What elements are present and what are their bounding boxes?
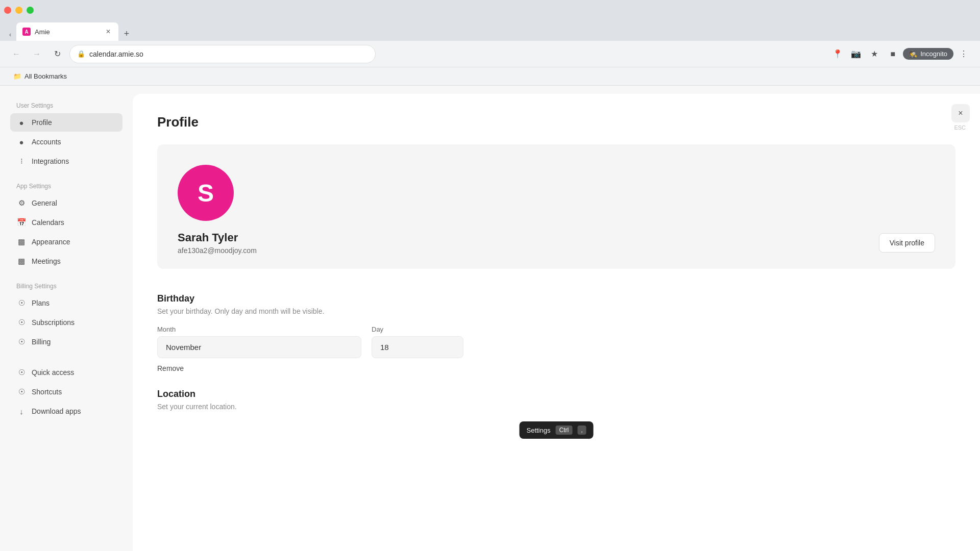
remove-btn[interactable]: Remove	[157, 364, 955, 372]
toolbar-right: 📍 📷 ★ ■ 🕵 Incognito ⋮	[829, 46, 972, 62]
esc-label: ESC	[954, 124, 966, 131]
sidebar-item-calendars[interactable]: 📅 Calendars	[10, 213, 122, 232]
sidebar-item-subscriptions[interactable]: ☉ Subscriptions	[10, 313, 122, 332]
sidebar-item-label-quick-access: Quick access	[32, 368, 74, 377]
shortcuts-icon: ☉	[16, 387, 27, 397]
incognito-badge: 🕵 Incognito	[903, 48, 953, 60]
incognito-icon: 🕵	[909, 50, 917, 58]
address-bar[interactable]: 🔒 calendar.amie.so	[69, 45, 376, 63]
sidebar-item-label-subscriptions: Subscriptions	[32, 318, 75, 327]
tab-title: Amie	[35, 28, 100, 36]
tab-back-chevron[interactable]: ‹	[4, 29, 16, 41]
sidebar-item-label-profile: Profile	[32, 118, 52, 127]
sidebar-item-label-meetings: Meetings	[32, 257, 61, 265]
sidebar-item-accounts[interactable]: ● Accounts	[10, 133, 122, 151]
avatar[interactable]: S	[178, 165, 234, 221]
sidebar-item-label-general: General	[32, 199, 57, 207]
birthday-desc: Set your birthday. Only day and month wi…	[157, 307, 955, 315]
billing-settings-section: Billing Settings ☉ Plans ☉ Subscriptions…	[10, 283, 122, 351]
sidebar-item-plans[interactable]: ☉ Plans	[10, 294, 122, 312]
sidebar-item-meetings[interactable]: ▩ Meetings	[10, 252, 122, 270]
visit-profile-btn[interactable]: Visit profile	[879, 233, 935, 253]
profile-card: S Sarah Tyler afe130a2@moodjoy.com Visit…	[157, 144, 955, 269]
tab-favicon: A	[22, 28, 31, 36]
tooltip-label: Settings	[527, 427, 551, 434]
calendars-icon: 📅	[16, 217, 27, 228]
sidebar-icon-btn[interactable]: ■	[885, 46, 901, 62]
bookmarks-label: All Bookmarks	[24, 72, 67, 80]
active-tab[interactable]: A Amie ✕	[16, 22, 118, 41]
location-icon-btn[interactable]: 📍	[829, 46, 846, 62]
camera-icon-btn[interactable]: 📷	[848, 46, 864, 62]
menu-btn[interactable]: ⋮	[955, 46, 972, 62]
accounts-icon: ●	[16, 137, 27, 147]
integrations-icon: ⁝	[16, 156, 27, 166]
bookmarks-bar: 📁 All Bookmarks	[0, 67, 980, 86]
profile-icon: ●	[16, 117, 27, 128]
profile-name: Sarah Tyler	[178, 231, 257, 244]
sidebar-item-profile[interactable]: ● Profile	[10, 113, 122, 132]
subscriptions-icon: ☉	[16, 317, 27, 328]
lock-icon: 🔒	[77, 50, 85, 58]
app-content: User Settings ● Profile ● Accounts ⁝ Int…	[0, 86, 980, 551]
tooltip-kbd2: ,	[577, 425, 586, 435]
sidebar-item-label-billing: Billing	[32, 338, 51, 346]
sidebar-item-label-shortcuts: Shortcuts	[32, 388, 62, 396]
sidebar-item-shortcuts[interactable]: ☉ Shortcuts	[10, 383, 122, 401]
sidebar-item-label-download: Download apps	[32, 407, 81, 415]
sidebar: User Settings ● Profile ● Accounts ⁝ Int…	[0, 86, 133, 551]
window-controls	[4, 7, 34, 14]
location-desc: Set your current location.	[157, 403, 955, 411]
browser-chrome: ‹ A Amie ✕ + ← → ↻ 🔒 calendar.amie.so 📍 …	[0, 0, 980, 86]
user-settings-section: User Settings ● Profile ● Accounts ⁝ Int…	[10, 102, 122, 170]
forward-btn[interactable]: →	[29, 46, 45, 62]
back-btn[interactable]: ←	[8, 46, 24, 62]
star-icon-btn[interactable]: ★	[866, 46, 883, 62]
location-title: Location	[157, 389, 955, 399]
browser-toolbar: ← → ↻ 🔒 calendar.amie.so 📍 📷 ★ ■ 🕵 Incog…	[0, 41, 980, 67]
month-input[interactable]: November	[157, 336, 361, 358]
folder-icon: 📁	[13, 72, 21, 80]
refresh-btn[interactable]: ↻	[49, 46, 65, 62]
main-content: × ESC Profile S Sarah Tyler afe130a2@moo…	[133, 94, 980, 551]
meetings-icon: ▩	[16, 256, 27, 266]
new-tab-btn[interactable]: +	[119, 27, 134, 41]
bookmarks-folder[interactable]: 📁 All Bookmarks	[8, 70, 72, 82]
month-label: Month	[157, 325, 361, 333]
tab-close-btn[interactable]: ✕	[104, 28, 112, 36]
day-value: 18	[380, 343, 389, 352]
month-group: Month November	[157, 325, 361, 358]
sidebar-item-appearance[interactable]: ▩ Appearance	[10, 233, 122, 251]
sidebar-item-quick-access[interactable]: ☉ Quick access	[10, 363, 122, 382]
sidebar-item-billing[interactable]: ☉ Billing	[10, 333, 122, 351]
billing-icon: ☉	[16, 337, 27, 347]
profile-email: afe130a2@moodjoy.com	[178, 246, 257, 255]
sidebar-item-integrations[interactable]: ⁝ Integrations	[10, 152, 122, 170]
avatar-letter: S	[198, 179, 214, 207]
url-text: calendar.amie.so	[89, 50, 368, 58]
profile-info-row: Sarah Tyler afe130a2@moodjoy.com Visit p…	[178, 231, 935, 255]
incognito-label: Incognito	[920, 50, 947, 58]
general-icon: ⚙	[16, 198, 27, 208]
plans-icon: ☉	[16, 298, 27, 308]
user-settings-title: User Settings	[10, 102, 122, 109]
browser-tab-bar: ‹ A Amie ✕ +	[0, 20, 980, 41]
month-value: November	[166, 343, 201, 352]
sidebar-item-download-apps[interactable]: ↓ Download apps	[10, 402, 122, 420]
tab-list: A Amie ✕ +	[16, 22, 134, 41]
sidebar-item-label-calendars: Calendars	[32, 218, 64, 227]
app-settings-title: App Settings	[10, 183, 122, 190]
window-minimize-btn[interactable]	[15, 7, 22, 14]
day-label: Day	[372, 325, 463, 333]
window-close-btn[interactable]	[4, 7, 11, 14]
close-btn[interactable]: ×	[951, 104, 970, 122]
sidebar-item-label-plans: Plans	[32, 299, 50, 307]
window-maximize-btn[interactable]	[27, 7, 34, 14]
location-section: Location Set your current location.	[157, 389, 955, 411]
day-input[interactable]: 18	[372, 336, 463, 358]
quick-access-icon: ☉	[16, 367, 27, 378]
tooltip-kbd1: Ctrl	[555, 425, 572, 435]
birthday-form: Month November Day 18	[157, 325, 955, 358]
other-section: ☉ Quick access ☉ Shortcuts ↓ Download ap…	[10, 363, 122, 420]
sidebar-item-general[interactable]: ⚙ General	[10, 194, 122, 212]
